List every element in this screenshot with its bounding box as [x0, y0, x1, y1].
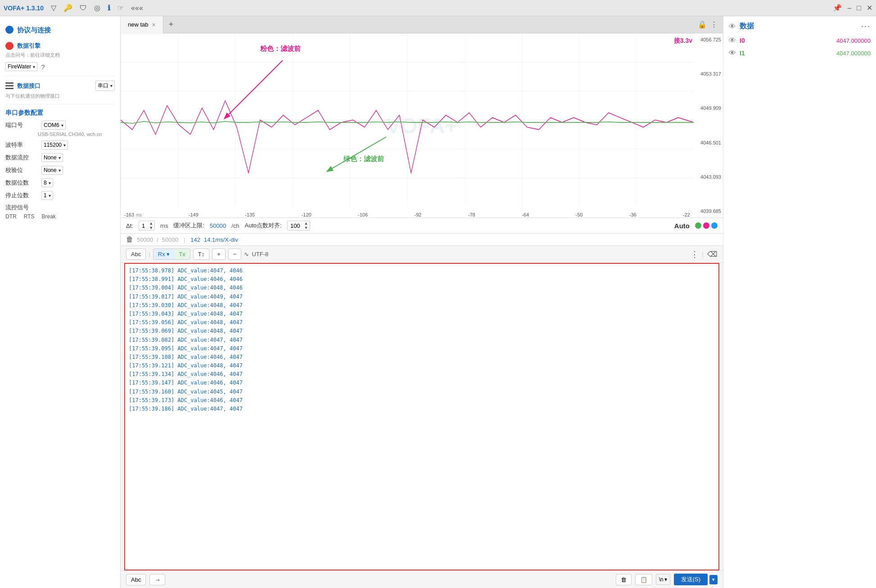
data-engine-icon[interactable]	[5, 42, 14, 50]
dt-down-btn[interactable]: ▼	[148, 226, 154, 230]
x-label-6: -78	[468, 212, 475, 217]
serial-output[interactable]: [17:55:38.978] ADC_value:4047, 4046[17:5…	[124, 263, 719, 570]
tab-menu-icon[interactable]: ⋮	[710, 20, 718, 29]
serial-line: [17:55:39.095] ADC_value:4047, 4047	[129, 344, 715, 353]
parity-select[interactable]: None ▾	[41, 166, 63, 175]
stats-count: 142	[190, 236, 200, 243]
engine-help-icon[interactable]: ?	[41, 63, 45, 71]
info-icon[interactable]: ℹ	[106, 3, 112, 13]
rx-btn[interactable]: Rx ▾	[154, 249, 175, 259]
serial-line: [17:55:39.056] ADC_value:4048, 4047	[129, 318, 715, 327]
serial-line: [17:55:39.108] ADC_value:4046, 4047	[129, 353, 715, 362]
minimize-btn[interactable]: –	[847, 4, 851, 12]
i0-eye-icon[interactable]: 👁	[729, 36, 736, 45]
serial-line: [17:55:39.173] ADC_value:4046, 4047	[129, 396, 715, 405]
right-panel-more-btn[interactable]: ···	[861, 22, 871, 31]
right-panel-title: 数据	[740, 22, 754, 31]
dropdown-icon[interactable]: ▽	[49, 3, 58, 13]
pin-icon[interactable]: 📌	[833, 4, 842, 12]
dataflow-select[interactable]: None ▾	[41, 153, 63, 162]
bottom-arrow-icon: →	[154, 576, 160, 583]
tab-add-btn[interactable]: +	[163, 20, 179, 29]
send-dropdown-btn[interactable]: ▾	[709, 575, 718, 584]
tab-new-tab[interactable]: new tab ×	[121, 16, 163, 33]
dt-stepper-btns[interactable]: ▲ ▼	[148, 221, 154, 230]
dt-up-btn[interactable]: ▲	[148, 221, 154, 226]
serial-line: [17:55:39.082] ADC_value:4047, 4047	[129, 336, 715, 344]
color-dots	[695, 222, 718, 229]
eraser-btn[interactable]: ⌫	[707, 250, 718, 258]
dot-pink	[703, 222, 709, 229]
right-panel-header: 👁 数据 ···	[729, 22, 871, 31]
bottom-send-file-btn[interactable]: →	[149, 574, 165, 585]
x-label-4: -106	[358, 212, 368, 217]
dataflow-value: None	[44, 154, 57, 161]
parity-row: 校验位 None ▾	[5, 166, 115, 175]
stopbits-value: 1	[44, 192, 47, 199]
shield-icon[interactable]: 🛡	[78, 3, 89, 13]
break-btn[interactable]: Break	[41, 213, 55, 220]
chart-x-axis: -163 ms -149 -135 -120 -106 -92 -78 -64 …	[121, 207, 694, 217]
dt-unit: ms	[160, 222, 168, 229]
baud-label: 波特率	[5, 141, 38, 149]
dt-stepper[interactable]: 1 ▲ ▼	[139, 221, 155, 231]
lock-icon[interactable]: 🔒	[698, 20, 707, 29]
key-icon[interactable]: 🔑	[62, 3, 74, 13]
plus-btn[interactable]: +	[212, 249, 226, 260]
flow-control-row: DTR RTS Break	[5, 213, 115, 220]
rts-btn[interactable]: RTS	[24, 213, 35, 220]
finger-icon[interactable]: ☞	[116, 3, 126, 13]
close-btn[interactable]: ✕	[867, 4, 872, 12]
auto-points-stepper[interactable]: 100 ▲ ▼	[287, 221, 310, 231]
serial-line: [17:55:39.030] ADC_value:4048, 4047	[129, 301, 715, 310]
port-desc: USB-SERIAL CH340, wch.cn	[38, 131, 115, 137]
tx-btn[interactable]: Tx	[174, 249, 190, 259]
tab-label: new tab	[128, 21, 149, 28]
bottom-abc-btn[interactable]: Abc	[126, 574, 146, 585]
port-select[interactable]: COM6 ▾	[41, 121, 66, 130]
bottom-copy-btn[interactable]: 📋	[635, 574, 652, 585]
maximize-btn[interactable]: □	[857, 4, 861, 12]
minus-btn[interactable]: −	[228, 249, 242, 260]
data-row-i0: 👁 I0 4047.000000	[729, 36, 871, 45]
bottom-clear-btn[interactable]: 🗑	[616, 574, 632, 585]
interface-icon	[5, 82, 14, 90]
auto-points-up[interactable]: ▲	[303, 221, 310, 226]
baud-select[interactable]: 115200 ▾	[41, 140, 68, 149]
stopbits-arrow: ▾	[49, 193, 51, 198]
target-icon[interactable]: ◎	[92, 3, 102, 13]
dataflow-arrow: ▾	[59, 155, 61, 160]
x-label-0: -163	[124, 212, 134, 217]
stats-sep1: /	[157, 236, 158, 243]
clear-chart-btn[interactable]: 🗑	[126, 235, 133, 244]
databits-row: 数据位数 8 ▾	[5, 178, 115, 187]
stopbits-select[interactable]: 1 ▾	[41, 191, 53, 200]
y-label-2: 4049.909	[695, 105, 721, 111]
interface-select[interactable]: 串口 ▾	[95, 81, 115, 91]
stopbits-row: 停止位数 1 ▾	[5, 191, 115, 200]
y-label-5: 4039.685	[695, 208, 721, 214]
send-btn[interactable]: 发送(S)	[674, 574, 708, 585]
rx-dropdown-arrow[interactable]: ▾	[167, 251, 170, 258]
toolbar-more-btn[interactable]: ⋮	[691, 249, 699, 259]
engine-select[interactable]: FireWater ▾	[5, 62, 37, 71]
auto-points-down[interactable]: ▼	[303, 226, 310, 230]
chart-inner[interactable]: VOFA+ 粉色：滤波前 绿色	[121, 33, 723, 217]
databits-select[interactable]: 8 ▾	[41, 178, 53, 187]
dtr-btn[interactable]: DTR	[5, 213, 17, 220]
tab-close-btn[interactable]: ×	[152, 21, 156, 28]
abc-btn[interactable]: Abc	[126, 249, 146, 260]
data-row-i1: 👁 I1 4047.000000	[729, 49, 871, 57]
serial-line: [17:55:39.121] ADC_value:4048, 4047	[129, 362, 715, 370]
section-connection-title: 协议与连接	[17, 26, 51, 35]
back-icon[interactable]: «««	[129, 3, 145, 13]
connection-status-icon[interactable]	[5, 26, 14, 34]
buffer-label: 缓冲区上限:	[173, 222, 204, 230]
newline-select[interactable]: \n ▾	[656, 574, 670, 585]
arrow-pink-svg	[211, 51, 301, 132]
auto-points-btns[interactable]: ▲ ▼	[303, 221, 310, 230]
i1-eye-icon[interactable]: 👁	[729, 49, 736, 57]
font-btn[interactable]: T↕	[193, 249, 209, 260]
divider1	[5, 76, 115, 76]
y-label-3: 4046.501	[695, 140, 721, 145]
